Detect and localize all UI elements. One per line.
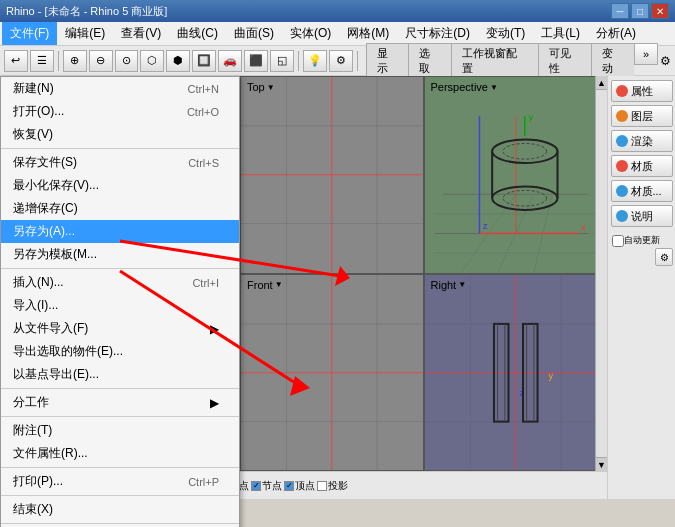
viewport-front-label: Front ▼ — [247, 279, 283, 291]
close-button[interactable]: ✕ — [651, 3, 669, 19]
menu-notes[interactable]: 附注(T) — [1, 419, 239, 442]
right-sidebar: 属性 图层 渲染 材质 材质... 说明 自动更新 ⚙ — [607, 76, 675, 499]
toolbar-btn-1[interactable]: ↩ — [4, 50, 28, 72]
menu-export-selected[interactable]: 导出选取的物件(E)... — [1, 340, 239, 363]
menu-import-file[interactable]: 从文件导入(F) ▶ — [1, 317, 239, 340]
title-controls: ─ □ ✕ — [611, 3, 669, 19]
menu-workgroup[interactable]: 分工作 ▶ — [1, 391, 239, 414]
snap-vertex-label: 顶点 — [295, 479, 315, 493]
description-dot — [616, 210, 628, 222]
toolbar-btn-7[interactable]: ⬢ — [166, 50, 190, 72]
toolbar-btn-4[interactable]: ⊖ — [89, 50, 113, 72]
menu-save[interactable]: 保存文件(S) Ctrl+S — [1, 151, 239, 174]
sidebar-gear-button[interactable]: ⚙ — [655, 248, 673, 266]
toolbar-gear[interactable]: ⚙ — [660, 54, 671, 68]
menu-print[interactable]: 打印(P)... Ctrl+P — [1, 470, 239, 493]
viewport-perspective[interactable]: Perspective ▼ — [424, 76, 608, 274]
top-left-grid — [241, 77, 423, 273]
menu-export-base[interactable]: 以基点导出(E)... — [1, 363, 239, 386]
menu-properties[interactable]: 文件属性(R)... — [1, 442, 239, 465]
menu-exit[interactable]: 结束(X) — [1, 498, 239, 521]
snap-knot-checkbox[interactable]: ✓ — [251, 481, 261, 491]
menu-curve[interactable]: 曲线(C) — [169, 22, 226, 45]
sep-4 — [1, 416, 239, 417]
viewport-right[interactable]: Right ▼ z y — [424, 274, 608, 472]
snap-project[interactable]: 投影 — [317, 479, 348, 493]
svg-text:y: y — [528, 112, 533, 122]
tab-display[interactable]: 显示 — [366, 43, 409, 79]
tab-more[interactable]: » — [634, 43, 658, 65]
menu-save-as[interactable]: 另存为(A)... — [1, 220, 239, 243]
menu-solid[interactable]: 实体(O) — [282, 22, 339, 45]
sidebar-description[interactable]: 说明 — [611, 205, 673, 227]
toolbar-btn-6[interactable]: ⬡ — [140, 50, 164, 72]
scroll-track — [596, 90, 607, 457]
menu-file[interactable]: 文件(F) — [2, 22, 57, 45]
viewport-right-label: Right ▼ — [431, 279, 467, 291]
snap-vertex-checkbox[interactable]: ✓ — [284, 481, 294, 491]
toolbar-btn-9[interactable]: 🚗 — [218, 50, 242, 72]
material1-dot — [616, 160, 628, 172]
tab-transform[interactable]: 变动 — [591, 43, 634, 79]
auto-update-row: 自动更新 — [610, 234, 673, 247]
auto-update-checkbox[interactable] — [612, 235, 624, 247]
toolbar-btn-12[interactable]: 💡 — [303, 50, 327, 72]
sep-1 — [1, 148, 239, 149]
menu-open[interactable]: 打开(O)... Ctrl+O — [1, 100, 239, 123]
menu-save-template[interactable]: 另存为模板(M... — [1, 243, 239, 266]
menu-restore[interactable]: 恢复(V) — [1, 123, 239, 146]
svg-text:y: y — [548, 370, 553, 380]
snap-project-label: 投影 — [328, 479, 348, 493]
auto-update-label: 自动更新 — [624, 234, 660, 247]
file-dropdown-menu: 新建(N) Ctrl+N 打开(O)... Ctrl+O 恢复(V) 保存文件(… — [0, 76, 240, 527]
tab-visibility[interactable]: 可见性 — [538, 43, 592, 79]
svg-text:x: x — [581, 223, 586, 233]
toolbar-tabs: 显示 选取 工作视窗配置 可见性 变动 » — [366, 43, 658, 79]
sep-6 — [1, 495, 239, 496]
snap-vertex[interactable]: ✓ 顶点 — [284, 479, 315, 493]
menu-import[interactable]: 导入(I)... — [1, 294, 239, 317]
sep-2 — [1, 268, 239, 269]
sidebar-material1[interactable]: 材质 — [611, 155, 673, 177]
scroll-down[interactable]: ▼ — [596, 457, 607, 471]
menu-insert[interactable]: 插入(N)... Ctrl+I — [1, 271, 239, 294]
snap-knot-label: 节点 — [262, 479, 282, 493]
menu-save-small[interactable]: 最小化保存(V)... — [1, 174, 239, 197]
menu-save-increment[interactable]: 递增保存(C) — [1, 197, 239, 220]
tab-viewport-config[interactable]: 工作视窗配置 — [451, 43, 537, 79]
menu-new[interactable]: 新建(N) Ctrl+N — [1, 77, 239, 100]
menu-view[interactable]: 查看(V) — [113, 22, 169, 45]
scroll-up[interactable]: ▲ — [596, 76, 607, 90]
render-dot — [616, 135, 628, 147]
viewport-front[interactable]: Front ▼ — [240, 274, 424, 472]
sidebar-properties[interactable]: 属性 — [611, 80, 673, 102]
toolbar-sep-1 — [58, 51, 59, 71]
toolbar-btn-2[interactable]: ☰ — [30, 50, 54, 72]
toolbar-btn-13[interactable]: ⚙ — [329, 50, 353, 72]
menu-edit[interactable]: 编辑(E) — [57, 22, 113, 45]
viewport-top-left[interactable]: Top ▼ — [240, 76, 424, 274]
toolbar-btn-3[interactable]: ⊕ — [63, 50, 87, 72]
menu-surface[interactable]: 曲面(S) — [226, 22, 282, 45]
toolbar-btn-8[interactable]: 🔲 — [192, 50, 216, 72]
scroll-bar[interactable]: ▲ ▼ — [595, 76, 607, 471]
toolbar-btn-5[interactable]: ⊙ — [115, 50, 139, 72]
svg-point-22 — [503, 190, 547, 206]
svg-point-18 — [492, 186, 557, 209]
right-content: z y — [425, 275, 607, 471]
svg-text:z: z — [483, 221, 488, 231]
minimize-button[interactable]: ─ — [611, 3, 629, 19]
layers-dot — [616, 110, 628, 122]
sidebar-layers[interactable]: 图层 — [611, 105, 673, 127]
snap-knot[interactable]: ✓ 节点 — [251, 479, 282, 493]
sep-3 — [1, 388, 239, 389]
sidebar-render[interactable]: 渲染 — [611, 130, 673, 152]
toolbar-btn-10[interactable]: ⬛ — [244, 50, 268, 72]
toolbar-btn-11[interactable]: ◱ — [270, 50, 294, 72]
snap-project-checkbox[interactable] — [317, 481, 327, 491]
svg-point-21 — [503, 143, 547, 159]
tab-select[interactable]: 选取 — [408, 43, 451, 79]
sep-5 — [1, 467, 239, 468]
maximize-button[interactable]: □ — [631, 3, 649, 19]
sidebar-material2[interactable]: 材质... — [611, 180, 673, 202]
